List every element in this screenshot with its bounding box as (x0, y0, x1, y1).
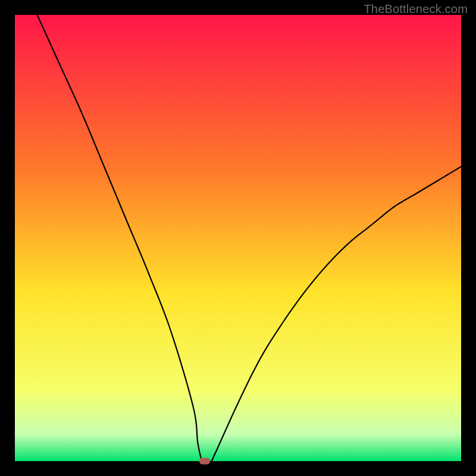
watermark-text: TheBottleneck.com (364, 2, 468, 16)
gradient-background (15, 15, 461, 461)
chart-frame: TheBottleneck.com (0, 0, 476, 476)
plot-area (15, 15, 461, 461)
optimal-point-marker (199, 458, 210, 465)
chart-svg (15, 15, 461, 461)
